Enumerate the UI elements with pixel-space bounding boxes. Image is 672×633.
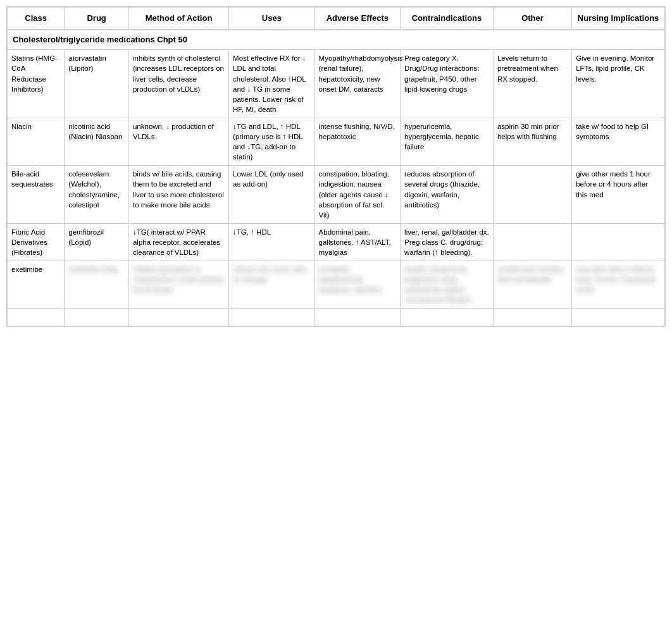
cell-drug: gemfibrozil (Lopid) <box>65 223 129 261</box>
cell-other <box>493 223 571 261</box>
header-class: Class <box>8 8 65 30</box>
cell-other: monitor liver function tests periodicall… <box>493 261 571 309</box>
header-contra: Contraindications <box>401 8 494 30</box>
cell-ae: Abdominal pain, gallstones, ↑ AST/ALT, m… <box>314 223 401 261</box>
cell-ae: Myopathy/rhabdomyolysis (renal failure),… <box>314 50 401 118</box>
cell-nursing <box>572 223 665 261</box>
header-moa: Method of Action <box>128 8 228 30</box>
header-drug: Drug <box>65 8 129 30</box>
header-uses: Uses <box>229 8 315 30</box>
cell-class: Bile-acid sequestrates <box>8 166 65 223</box>
cell-moa: binds w/ bile acids, causing them to be … <box>128 166 228 223</box>
cell-other: aspirin 30 min prior helps with flushing <box>493 118 571 165</box>
cell-moa: inhibits absorption of cholesterol in sm… <box>128 261 228 309</box>
cell-ae: intense flushing, N/V/D, hepatotoxic <box>314 118 401 165</box>
cell-uses: ↓TG, ↑ HDL <box>229 223 315 261</box>
pharmacology-table: Class Drug Method of Action Uses Adverse… <box>7 7 665 326</box>
cell-contra: hyperuricemia, hyperglycemia, hepatic fa… <box>401 118 494 165</box>
header-nursing: Nursing Implications <box>572 8 665 30</box>
cell-empty <box>229 309 315 326</box>
cell-class: Statins (HMG-CoA Reductase Inhibitors) <box>8 50 65 118</box>
cell-empty <box>401 309 494 326</box>
table-row-empty <box>8 309 665 326</box>
cell-contra: liver, renal, gallbladder dx. Preg class… <box>401 223 494 261</box>
cell-class: exetimibe <box>8 261 65 309</box>
cell-nursing: give other meds 1 hour before or 4 hours… <box>572 166 665 223</box>
cell-drug: colesevelam (Welchol), cholestyramine, c… <box>65 166 129 223</box>
table-row: Bile-acid sequestratescolesevelam (Welch… <box>8 166 665 223</box>
cell-contra: hepatic impairment, pregnancy, drug inte… <box>401 261 494 309</box>
cell-empty <box>314 309 401 326</box>
cell-other <box>493 166 571 223</box>
header-other: Other <box>493 8 571 30</box>
cell-empty <box>572 309 665 326</box>
cell-moa: unknown, ↓ production of VLDLs <box>128 118 228 165</box>
cell-moa: ↓TG( interact w/ PPAR alpha receptor, ac… <box>128 223 228 261</box>
table-row: Niacinnicotinic acid (Niacin) Niaspanunk… <box>8 118 665 165</box>
cell-class: Niacin <box>8 118 65 165</box>
cell-empty <box>65 309 129 326</box>
cell-contra: Preg category X. Drug/Drug interactions:… <box>401 50 494 118</box>
cell-uses: Most effective RX for ↓ LDL and total ch… <box>229 50 315 118</box>
table-header-row: Class Drug Method of Action Uses Adverse… <box>8 8 665 30</box>
section-header-text: Cholesterol/triglyceride medications Chp… <box>8 30 665 50</box>
cell-uses: ↓TG and LDL, ↑ HDL (primary use is ↑ HDL… <box>229 118 315 165</box>
cell-empty <box>128 309 228 326</box>
cell-ae: constipation, bloating, indigestion, nau… <box>314 166 401 223</box>
cell-nursing: take w/ food to help GI symptoms <box>572 118 665 165</box>
main-table-container: Class Drug Method of Action Uses Adverse… <box>6 6 666 327</box>
cell-uses: Lower LDL (only used as add-on) <box>229 166 315 223</box>
cell-nursing: Give in evening. Monitor LFTs, lipid pro… <box>572 50 665 118</box>
cell-drug: ezetimibe Zetia <box>65 261 129 309</box>
table-row: exetimibeezetimibe Zetiainhibits absorpt… <box>8 261 665 309</box>
cell-drug: atorvastatin (Lipitor) <box>65 50 129 118</box>
table-row: Statins (HMG-CoA Reductase Inhibitors)at… <box>8 50 665 118</box>
cell-drug: nicotinic acid (Niacin) Niaspan <box>65 118 129 165</box>
table-row: Fibric Acid Derivatives (Fibrates)gemfib… <box>8 223 665 261</box>
cell-nursing: may take with or without food, monitor c… <box>572 261 665 309</box>
cell-other: Levels return to pretreatment when RX st… <box>493 50 571 118</box>
cell-moa: inhibits synth of cholesterol (increases… <box>128 50 228 118</box>
cell-ae: myopathy, hepatotoxicity headache, diarr… <box>314 261 401 309</box>
section-header-row: Cholesterol/triglyceride medications Chp… <box>8 30 665 50</box>
cell-contra: reduces absorption of several drugs (thi… <box>401 166 494 223</box>
cell-empty <box>8 309 65 326</box>
cell-class: Fibric Acid Derivatives (Fibrates) <box>8 223 65 261</box>
header-ae: Adverse Effects <box>314 8 401 30</box>
cell-uses: reduce LDL levels add-on therapy <box>229 261 315 309</box>
cell-empty <box>493 309 571 326</box>
